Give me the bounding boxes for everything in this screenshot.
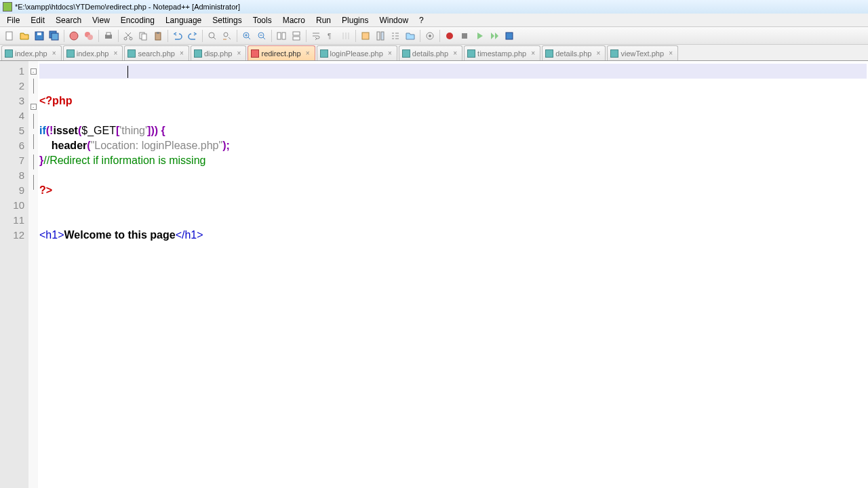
svg-rect-23 [293,37,300,40]
tab-details-php[interactable]: details.php× [399,45,462,60]
tab-close-icon[interactable]: × [667,49,675,58]
code-editor[interactable]: <?php if(!isset($_GET['thing'])) { heade… [38,61,868,488]
code-line: header("Location: loginPlease.php"); [39,138,867,153]
tab-close-icon[interactable]: × [451,49,459,58]
redo-button[interactable] [186,29,199,43]
line-number: 4 [0,108,24,123]
svg-rect-4 [52,33,58,40]
monitor-button[interactable] [423,29,437,43]
fold-column: - - [28,61,38,488]
tab-bar: index.php×index.php×search.php×disp.php×… [0,45,868,61]
line-number: 12 [0,228,24,243]
tab-timestamp-php[interactable]: timestamp.php× [464,45,540,60]
tab-label: details.php [555,49,591,58]
indent-guide-button[interactable] [339,29,353,43]
file-icon [5,49,13,58]
menu-window[interactable]: Window [374,14,414,26]
tab-close-icon[interactable]: × [178,49,186,58]
open-file-button[interactable] [18,29,31,43]
menu-file[interactable]: File [1,14,25,26]
tab-close-icon[interactable]: × [111,49,119,58]
menu-language[interactable]: Language [160,14,207,26]
menu-encoding[interactable]: Encoding [115,14,160,26]
menu-plugins[interactable]: Plugins [336,14,374,26]
menu-view[interactable]: View [87,14,115,26]
tab-disp-php[interactable]: disp.php× [191,45,247,60]
record-button[interactable] [443,29,456,43]
doc-map-button[interactable] [374,29,387,43]
menu-edit[interactable]: Edit [25,14,50,26]
tab-close-icon[interactable]: × [529,49,537,58]
tab-redirect-php[interactable]: redirect.php× [248,45,315,60]
svg-rect-31 [462,33,467,39]
close-all-button[interactable] [82,29,96,43]
menu-run[interactable]: Run [311,14,336,26]
close-button[interactable] [67,29,81,43]
print-button[interactable] [102,29,115,43]
replace-button[interactable] [220,29,234,43]
tab-close-icon[interactable]: × [304,49,312,58]
file-icon [402,49,410,58]
tab-close-icon[interactable]: × [386,49,394,58]
sync-h-button[interactable] [290,29,303,43]
line-number: 8 [0,168,24,183]
file-icon [467,49,475,58]
tab-close-icon[interactable]: × [50,49,58,58]
svg-point-30 [446,33,453,39]
stop-record-button[interactable] [458,29,471,43]
app-icon [3,2,12,12]
func-list-button[interactable] [389,29,402,43]
save-all-button[interactable] [47,29,61,43]
menu-macro[interactable]: Macro [277,14,311,26]
tab-index-php[interactable]: index.php× [63,45,123,60]
save-button[interactable] [33,29,46,43]
cut-button[interactable] [121,29,135,43]
svg-rect-15 [157,32,159,34]
menu-search[interactable]: Search [50,14,87,26]
tab-details-php[interactable]: details.php× [542,45,606,60]
file-icon [320,49,328,58]
svg-text:¶: ¶ [328,33,331,40]
paste-button[interactable] [151,29,165,43]
tab-index-php[interactable]: index.php× [1,45,62,60]
tab-label: search.php [138,49,174,58]
tab-loginPlease-php[interactable]: loginPlease.php× [317,45,397,60]
tab-close-icon[interactable]: × [594,49,602,58]
play-multi-button[interactable] [488,29,501,43]
wrap-button[interactable] [309,29,323,43]
zoom-out-button[interactable] [255,29,269,43]
zoom-in-button[interactable] [240,29,254,43]
code-line: ?> [39,183,867,198]
svg-rect-9 [106,33,111,35]
line-number: 10 [0,198,24,213]
tab-label: index.php [77,49,109,58]
new-file-button[interactable] [3,29,16,43]
undo-button[interactable] [171,29,184,43]
find-button[interactable] [205,29,219,43]
tab-viewText-php[interactable]: viewText.php× [607,45,678,60]
play-button[interactable] [473,29,486,43]
line-number: 1 [0,64,24,79]
tab-label: redirect.php [261,49,300,58]
sync-v-button[interactable] [275,29,288,43]
tab-search-php[interactable]: search.php× [124,45,189,60]
svg-point-29 [429,35,431,37]
udl-button[interactable] [359,29,372,43]
menu-tools[interactable]: Tools [248,14,277,26]
fold-icon[interactable]: - [31,104,37,110]
tab-label: loginPlease.php [330,49,383,58]
file-icon [127,49,136,58]
menu-help[interactable]: ? [414,14,429,26]
copy-button[interactable] [136,29,150,43]
show-all-chars-button[interactable]: ¶ [324,29,338,43]
svg-point-7 [87,35,93,40]
line-number: 9 [0,183,24,198]
svg-rect-22 [293,32,300,35]
tab-close-icon[interactable]: × [235,49,243,58]
text-caret [127,66,128,78]
title-bar: *E:\xampp\htdocs\YTDemo\redirect.php - N… [0,0,868,14]
save-macro-button[interactable] [502,29,516,43]
folder-button[interactable] [403,29,417,43]
fold-icon[interactable]: - [31,68,37,75]
menu-settings[interactable]: Settings [207,14,247,26]
